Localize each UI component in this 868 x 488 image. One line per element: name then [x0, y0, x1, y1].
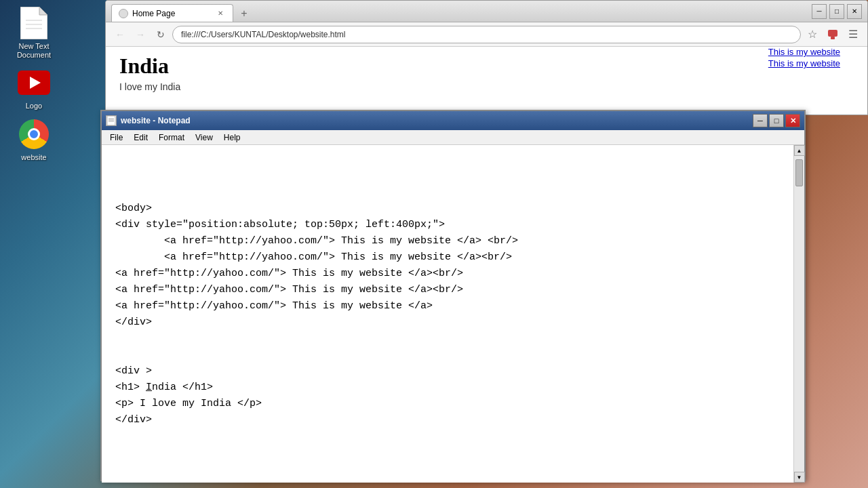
address-bar[interactable]: file:///C:/Users/KUNTAL/Desktop/website.…	[172, 26, 801, 43]
new-tab-button[interactable]: +	[236, 5, 252, 22]
browser-tab-label: Home Page	[132, 9, 175, 18]
notepad-code-line-5: <a href="http://yahoo.com/"> This is my …	[115, 235, 518, 247]
forward-button[interactable]: →	[132, 26, 149, 43]
notepad-close-button[interactable]: ✕	[785, 114, 800, 127]
notepad-code-line-16: </div>	[115, 414, 152, 426]
browser-content: India I love my India	[106, 47, 867, 115]
notepad-minimize-button[interactable]: ─	[753, 114, 768, 127]
desktop-icon-new-text-document[interactable]: New Text Document	[7, 7, 61, 60]
desktop-icon-chrome[interactable]: website	[7, 118, 61, 162]
svg-marker-1	[39, 7, 47, 15]
chrome-icon-shape	[19, 119, 49, 149]
browser-link-1[interactable]: This is my website	[768, 47, 840, 57]
browser-actions: ☆ ☰	[804, 26, 862, 43]
menu-file[interactable]: File	[104, 131, 128, 144]
notepad-title-icon	[106, 115, 117, 126]
browser-tabs: Home Page ✕ +	[111, 1, 812, 22]
extension-button[interactable]	[824, 26, 842, 43]
menu-edit[interactable]: Edit	[128, 131, 153, 144]
browser-titlebar: Home Page ✕ + ─ □ ✕	[106, 1, 867, 22]
notepad-scrollbar: ▲ ▼	[793, 145, 804, 483]
desktop-icon-youtube-label: Logo	[26, 102, 42, 110]
notepad-code-line-10: </div>	[115, 317, 152, 328]
bookmark-button[interactable]: ☆	[804, 26, 821, 43]
browser-close-button[interactable]: ✕	[847, 4, 862, 19]
browser-content-paragraph: I love my India	[119, 81, 854, 92]
desktop-icon-youtube-logo[interactable]: Logo	[7, 66, 61, 110]
svg-rect-7	[107, 116, 115, 125]
desktop: New Text Document Logo website	[0, 0, 868, 488]
notepad-code-line-4: <div style="position:absolute; top:50px;…	[115, 219, 445, 230]
file-icon	[18, 7, 50, 39]
refresh-button[interactable]: ↻	[152, 26, 170, 43]
notepad-code-line-9: <a href="http://yahoo.com/"> This is my …	[115, 300, 433, 312]
scrollbar-track[interactable]	[794, 156, 804, 472]
notepad-code-line-15: <p> I love my India </p>	[115, 398, 262, 409]
notepad-code-line-7: <a href="http://yahoo.com/"> This is my …	[115, 268, 463, 279]
menu-button[interactable]: ☰	[844, 26, 862, 43]
svg-rect-5	[828, 30, 837, 37]
notepad-title-text: website - Notepad	[121, 116, 191, 125]
browser-window: Home Page ✕ + ─ □ ✕ ← → ↻ file:///C:/Use…	[105, 0, 868, 115]
browser-links: This is my website This is my website	[768, 47, 840, 68]
notepad-maximize-button[interactable]: □	[769, 114, 784, 127]
chrome-icon-inner	[28, 128, 40, 140]
tab-favicon	[119, 9, 128, 18]
browser-minimize-button[interactable]: ─	[812, 4, 827, 19]
notepad-window-controls: ─ □ ✕	[753, 114, 800, 127]
notepad-titlebar: website - Notepad ─ □ ✕	[102, 111, 804, 130]
address-bar-url: file:///C:/Users/KUNTAL/Desktop/website.…	[181, 30, 346, 39]
youtube-icon	[18, 66, 50, 99]
notepad-code-line-14: <h1> India </h1>	[115, 382, 213, 393]
notepad-editor[interactable]: <body> <div style="position:absolute; to…	[102, 145, 793, 483]
scrollbar-down-button[interactable]: ▼	[794, 472, 805, 483]
notepad-window: website - Notepad ─ □ ✕ File Edit Format…	[100, 110, 806, 481]
browser-maximize-button[interactable]: □	[829, 4, 844, 19]
browser-toolbar: ← → ↻ file:///C:/Users/KUNTAL/Desktop/we…	[106, 22, 867, 47]
chrome-icon	[18, 118, 50, 150]
notepad-code-line-3: <body>	[115, 203, 152, 214]
youtube-play-triangle	[30, 77, 41, 89]
notepad-content-area: <body> <div style="position:absolute; to…	[102, 145, 804, 483]
browser-tab-home[interactable]: Home Page ✕	[111, 4, 233, 22]
browser-link-2[interactable]: This is my website	[768, 58, 840, 68]
notepad-code-line-8: <a href="http://yahoo.com/"> This is my …	[115, 284, 463, 296]
notepad-code-line-6: <a href="http://yahoo.com/"> This is my …	[115, 251, 512, 263]
desktop-icons: New Text Document Logo website	[0, 0, 68, 169]
svg-rect-6	[831, 37, 835, 39]
menu-format[interactable]: Format	[153, 131, 190, 144]
browser-content-heading: India	[119, 54, 854, 79]
tab-close-button[interactable]: ✕	[215, 8, 226, 19]
scrollbar-up-button[interactable]: ▲	[794, 145, 805, 156]
menu-help[interactable]: Help	[218, 131, 246, 144]
menu-view[interactable]: View	[190, 131, 218, 144]
scrollbar-thumb[interactable]	[795, 159, 803, 186]
browser-window-controls: ─ □ ✕	[812, 4, 862, 19]
desktop-icon-chrome-label: website	[21, 153, 46, 162]
notepad-code-line-13: <div >	[115, 365, 152, 377]
desktop-icon-new-text-document-label: New Text Document	[7, 42, 61, 60]
back-button[interactable]: ←	[111, 26, 129, 43]
youtube-icon-shape	[18, 70, 50, 95]
notepad-menubar: File Edit Format View Help	[102, 130, 804, 145]
